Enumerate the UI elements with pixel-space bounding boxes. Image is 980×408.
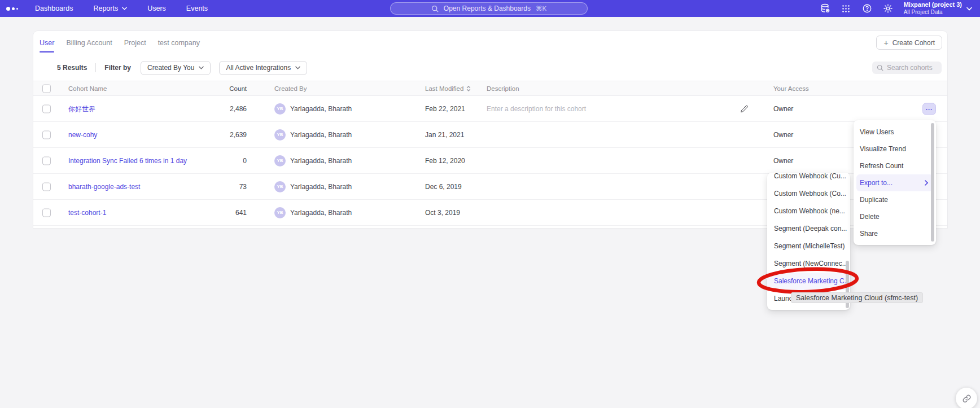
chevron-down-icon	[122, 7, 127, 10]
primary-nav: Dashboards Reports Users Events	[35, 5, 208, 12]
avatar: YB	[274, 207, 286, 218]
created-by-cell: YB Yarlagadda, Bharath	[274, 129, 352, 141]
plus-icon: +	[883, 39, 888, 47]
description-placeholder[interactable]: Enter a description for this cohort	[487, 105, 586, 113]
created-by-cell: YB Yarlagadda, Bharath	[274, 207, 352, 218]
avatar: YB	[274, 103, 286, 115]
global-search-placeholder: Open Reports & Dashboards	[444, 5, 531, 12]
submenu-item-segment-3[interactable]: Segment (NewConnec...	[767, 255, 850, 273]
tab-test-company[interactable]: test company	[158, 31, 200, 55]
submenu-item-segment-2[interactable]: Segment (MichelleTest)	[767, 238, 850, 255]
cohort-count: 0	[179, 157, 247, 165]
row-checkbox[interactable]	[42, 156, 51, 165]
cohort-name-link[interactable]: bharath-google-ads-test	[68, 183, 140, 191]
creator-name: Yarlagadda, Bharath	[290, 209, 352, 217]
project-scope: All Project Data	[904, 9, 962, 16]
header-description: Description	[487, 85, 519, 92]
header-last-modified[interactable]: Last Modified	[425, 85, 471, 92]
cohort-count: 2,486	[179, 105, 247, 113]
last-modified-cell: Feb 12, 2020	[425, 157, 465, 165]
table-row: new-cohy 2,639 YB Yarlagadda, Bharath Ja…	[33, 122, 947, 148]
select-all-checkbox[interactable]	[42, 84, 51, 93]
row-checkbox[interactable]	[42, 130, 51, 139]
filter-bar: 5 Results Filter by Created By You All A…	[33, 55, 947, 81]
menu-item-share[interactable]: Share	[854, 225, 936, 242]
cohort-count: 2,639	[179, 131, 247, 139]
last-modified-cell: Feb 22, 2021	[425, 105, 465, 113]
submenu-item-custom-webhook-2[interactable]: Custom Webhook (Co...	[767, 185, 850, 203]
tab-user[interactable]: User	[40, 31, 54, 55]
created-by-filter[interactable]: Created By You	[141, 61, 211, 75]
submenu-item-salesforce-marketing-cloud[interactable]: Salesforce Marketing C...	[767, 273, 850, 290]
table-row: 你好世界 2,486 YB Yarlagadda, Bharath Feb 22…	[33, 96, 947, 122]
creator-name: Yarlagadda, Bharath	[290, 157, 352, 165]
menu-item-refresh-count[interactable]: Refresh Count	[854, 157, 936, 174]
cohort-name-link[interactable]: test-cohort-1	[68, 209, 106, 217]
cohort-name-link[interactable]: Integration Sync Failed 6 times in 1 day	[68, 157, 187, 165]
nav-item-dashboards[interactable]: Dashboards	[35, 5, 73, 12]
global-search-bar[interactable]: Open Reports & Dashboards ⌘K	[390, 2, 588, 15]
cohort-count: 73	[179, 183, 247, 191]
apps-grid-icon[interactable]	[841, 3, 851, 14]
submenu-item-custom-webhook-1[interactable]: Custom Webhook (Cu...	[767, 173, 850, 185]
header-cohort-name: Cohort Name	[68, 85, 107, 92]
menu-item-export-to[interactable]: Export to...	[856, 174, 933, 191]
help-icon[interactable]	[862, 3, 872, 14]
project-selector[interactable]: Mixpanel (project 3) All Project Data	[904, 1, 972, 16]
created-by-cell: YB Yarlagadda, Bharath	[274, 155, 352, 166]
chevron-right-icon	[925, 180, 928, 186]
row-context-menu: View Users Visualize Trend Refresh Count…	[854, 120, 936, 245]
cohort-count: 641	[179, 209, 247, 217]
search-cohorts-input[interactable]: Search cohorts	[872, 62, 942, 74]
export-target-tooltip: Salesforce Marketing Cloud (sfmc-test)	[791, 292, 923, 303]
row-checkbox[interactable]	[42, 208, 51, 217]
integrations-filter[interactable]: All Active Integrations	[219, 61, 307, 75]
search-icon	[877, 64, 883, 71]
row-more-actions-button[interactable]: ...	[922, 103, 936, 115]
create-cohort-button[interactable]: + Create Cohort	[876, 36, 942, 50]
data-management-icon[interactable]	[820, 3, 830, 14]
chevron-down-icon	[295, 66, 300, 69]
submenu-item-custom-webhook-3[interactable]: Custom Webhook (ne...	[767, 203, 850, 220]
settings-gear-icon[interactable]	[883, 3, 893, 14]
created-by-cell: YB Yarlagadda, Bharath	[274, 181, 352, 192]
mixpanel-logo[interactable]	[6, 7, 18, 11]
avatar: YB	[274, 155, 286, 166]
results-count: 5 Results	[57, 64, 87, 72]
created-by-cell: YB Yarlagadda, Bharath	[274, 103, 352, 115]
avatar: YB	[274, 181, 286, 192]
row-checkbox[interactable]	[42, 104, 51, 113]
menu-item-delete[interactable]: Delete	[854, 208, 936, 225]
filter-by-label: Filter by	[104, 64, 131, 72]
creator-name: Yarlagadda, Bharath	[290, 105, 352, 113]
last-modified-cell: Dec 6, 2019	[425, 183, 462, 191]
menu-item-duplicate[interactable]: Duplicate	[854, 191, 936, 208]
cohort-name-link[interactable]: 你好世界	[68, 104, 95, 113]
cohort-name-link[interactable]: new-cohy	[68, 131, 97, 139]
nav-item-users[interactable]: Users	[147, 5, 166, 12]
table-row: Integration Sync Failed 6 times in 1 day…	[33, 148, 947, 174]
search-icon	[431, 5, 439, 12]
menu-item-visualize-trend[interactable]: Visualize Trend	[854, 141, 936, 157]
nav-item-events[interactable]: Events	[186, 5, 208, 12]
project-name: Mixpanel (project 3)	[904, 1, 962, 9]
menu-scrollbar[interactable]	[931, 123, 934, 242]
link-icon	[962, 394, 972, 403]
creator-name: Yarlagadda, Bharath	[290, 183, 352, 191]
edit-pencil-icon[interactable]	[740, 104, 749, 113]
export-to-submenu: Custom Webhook (Cu... Custom Webhook (Co…	[767, 173, 850, 310]
cohort-tabs: User Billing Account Project test compan…	[33, 31, 947, 55]
submenu-item-segment-1[interactable]: Segment (Deepak con...	[767, 220, 850, 238]
row-checkbox[interactable]	[42, 182, 51, 191]
tab-project[interactable]: Project	[124, 31, 146, 55]
avatar: YB	[274, 129, 286, 141]
access-cell: Owner	[773, 157, 793, 165]
header-count: Count	[179, 85, 247, 92]
sort-icon	[466, 86, 471, 91]
share-link-button[interactable]	[956, 388, 977, 408]
header-your-access: Your Access	[773, 85, 809, 92]
menu-item-view-users[interactable]: View Users	[854, 124, 936, 141]
divider	[95, 63, 96, 72]
nav-item-reports[interactable]: Reports	[93, 5, 127, 12]
tab-billing-account[interactable]: Billing Account	[66, 31, 112, 55]
